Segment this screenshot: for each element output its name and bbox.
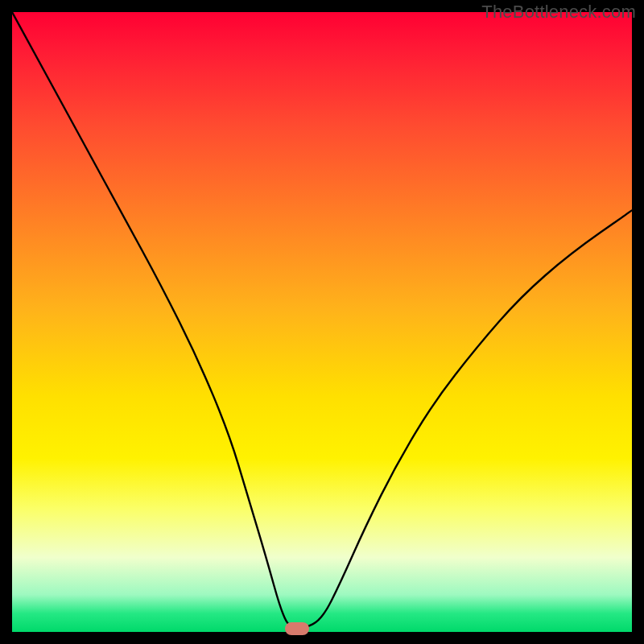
bottleneck-curve [12,12,632,632]
chart-plot-area [12,12,632,632]
curve-line [12,12,632,629]
watermark-label: TheBottleneck.com [481,2,636,23]
chart-stage: TheBottleneck.com [0,0,644,644]
optimal-point-marker [285,622,309,635]
